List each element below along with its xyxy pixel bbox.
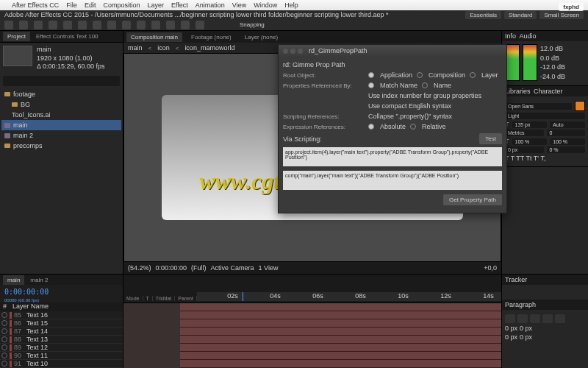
kerning[interactable]: Metrics <box>505 130 544 136</box>
layer-list[interactable]: 85Text 16 86Text 15 87Text 14 88Text 13 … <box>0 311 123 368</box>
tab-effect-controls[interactable]: Effect Controls Text 100 <box>32 32 103 41</box>
project-item[interactable]: BG <box>1 99 121 110</box>
layer-row[interactable]: 91Text 10 <box>0 360 123 368</box>
indent-left[interactable]: 0 px <box>505 325 517 332</box>
timeline-tracks[interactable]: Mode T TrkMat Parent 02s 04s 06s 08s 10s… <box>123 275 501 368</box>
visibility-toggle[interactable] <box>1 320 7 326</box>
layer-bar[interactable] <box>180 360 501 368</box>
radio-relative[interactable] <box>410 124 416 130</box>
layer-row[interactable]: 90Text 11 <box>0 352 123 360</box>
align-right[interactable] <box>530 314 540 323</box>
radio-match-name[interactable] <box>368 82 374 88</box>
camera-select[interactable]: Active Camera <box>211 264 254 272</box>
v-scale[interactable]: 100 % <box>512 138 548 145</box>
snapping-label[interactable]: Snapping <box>240 21 265 28</box>
workspace-standard[interactable]: Standard <box>504 11 537 19</box>
viewer-time[interactable]: 0:00:00:00 <box>156 264 187 272</box>
test-button[interactable]: Test <box>479 133 502 144</box>
menu-effect[interactable]: Effect <box>171 1 188 9</box>
radio-application[interactable] <box>368 72 374 78</box>
resolution[interactable]: (Full) <box>191 264 207 272</box>
check-collapse[interactable]: Collapse ".property()" syntax <box>368 113 452 120</box>
playhead[interactable] <box>243 292 243 301</box>
hand-tool[interactable] <box>19 21 28 29</box>
project-item[interactable]: footage <box>1 89 121 99</box>
radio-layer[interactable] <box>470 72 476 78</box>
shape-tool[interactable] <box>93 21 101 29</box>
get-property-path-button[interactable]: Get Property Path <box>443 194 502 205</box>
check-index[interactable]: Use index number for group properties <box>368 92 481 99</box>
menu-composition[interactable]: Composition <box>103 1 140 9</box>
tab-audio[interactable]: Audio <box>519 32 536 40</box>
view-count[interactable]: 1 View <box>259 264 279 272</box>
align-left[interactable] <box>505 314 515 323</box>
project-item[interactable]: Tool_Icons.ai <box>1 110 121 120</box>
font-size[interactable]: 135 px <box>512 121 548 128</box>
menu-view[interactable]: View <box>232 1 246 9</box>
radio-absolute[interactable] <box>368 124 374 130</box>
project-item[interactable]: precomps <box>1 141 121 151</box>
leading[interactable]: Auto <box>550 121 585 128</box>
h-scale[interactable]: 100 % <box>550 138 585 145</box>
visibility-toggle[interactable] <box>1 353 7 358</box>
justify-full[interactable] <box>555 314 565 323</box>
tab-footage[interactable]: Footage (none) <box>187 32 236 42</box>
tab-libraries[interactable]: Libraries <box>505 88 531 95</box>
visibility-toggle[interactable] <box>1 336 7 342</box>
tab-paragraph[interactable]: Paragraph <box>505 301 536 308</box>
exposure[interactable]: +0,0 <box>484 264 497 272</box>
project-tree[interactable]: footage BG Tool_Icons.ai main main 2 pre… <box>0 88 123 274</box>
menu-layer[interactable]: Layer <box>147 1 164 9</box>
zoom-tool[interactable] <box>34 21 43 29</box>
justify-left[interactable] <box>542 314 553 323</box>
clone-tool[interactable] <box>151 21 160 29</box>
layer-bar[interactable] <box>180 328 501 336</box>
minimize-icon[interactable] <box>290 49 295 54</box>
visibility-toggle[interactable] <box>1 312 7 318</box>
visibility-toggle[interactable] <box>1 328 7 334</box>
tab-layer[interactable]: Layer (none) <box>240 32 282 42</box>
tracking[interactable]: 0 <box>547 130 586 136</box>
layer-bar[interactable] <box>180 352 501 360</box>
layer-bar[interactable] <box>180 319 501 328</box>
close-icon[interactable] <box>283 49 288 54</box>
rotate-tool[interactable] <box>49 21 57 29</box>
zoom-icon[interactable] <box>298 49 303 54</box>
tab-info[interactable]: Info <box>505 32 516 40</box>
menu-window[interactable]: Window <box>254 1 277 9</box>
layer-row[interactable]: 87Text 14 <box>0 328 123 336</box>
timeline-tab[interactable]: main <box>3 275 24 285</box>
tsume[interactable]: 0 % <box>547 146 586 153</box>
space-after[interactable]: 0 px <box>520 333 532 341</box>
tab-tracker[interactable]: Tracker <box>505 276 527 283</box>
font-family[interactable]: Open Sans <box>505 103 572 110</box>
puppet-tool[interactable] <box>196 21 204 29</box>
layer-bar[interactable] <box>180 303 501 311</box>
layer-row[interactable]: 89Text 12 <box>0 344 123 352</box>
tab-character[interactable]: Character <box>534 88 563 95</box>
fill-color[interactable] <box>575 101 585 111</box>
tab-composition[interactable]: Composition main <box>126 32 182 42</box>
project-item[interactable]: main 2 <box>1 130 121 141</box>
text-tool[interactable] <box>122 21 131 29</box>
mac-menubar[interactable]: After Effects CC File Edit Composition L… <box>0 0 588 10</box>
layer-row[interactable]: 85Text 16 <box>0 311 123 319</box>
expression-output[interactable]: comp("main").layer("main text")("ADBE Tr… <box>283 171 502 190</box>
pan-behind-tool[interactable] <box>78 21 87 29</box>
brush-tool[interactable] <box>137 21 146 29</box>
check-compact[interactable]: Use compact English syntax <box>368 102 451 110</box>
project-search[interactable] <box>3 76 120 86</box>
roto-tool[interactable] <box>181 21 190 29</box>
text-styles[interactable]: T T TT Tt T' T, <box>505 155 585 162</box>
camera-tool[interactable] <box>63 21 72 29</box>
menu-file[interactable]: File <box>66 1 77 9</box>
eraser-tool[interactable] <box>166 21 175 29</box>
scripting-output[interactable]: app.project.item(4).layer("main text").p… <box>283 147 502 166</box>
menu-animation[interactable]: Animation <box>196 1 225 9</box>
current-time[interactable]: 0:00:00:00 <box>4 288 49 296</box>
project-item[interactable]: main <box>1 120 121 130</box>
layer-bar[interactable] <box>180 311 501 319</box>
workspace-essentials[interactable]: Essentials <box>465 11 501 19</box>
space-before[interactable]: 0 px <box>505 333 517 341</box>
visibility-toggle[interactable] <box>1 344 7 350</box>
